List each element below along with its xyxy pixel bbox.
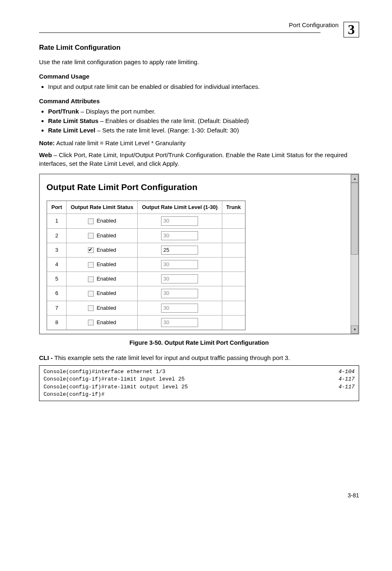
cli-line: Console(config-if)#rate-limit output lev… [44, 383, 355, 391]
cell-status: Enabled [67, 301, 138, 315]
cell-status: Enabled [67, 228, 138, 243]
enabled-checkbox[interactable] [88, 262, 94, 268]
cli-ref: 4-117 [334, 383, 355, 391]
cell-status: Enabled [67, 272, 138, 286]
enabled-label: Enabled [95, 218, 116, 224]
intro-paragraph: Use the rate limit configuration pages t… [39, 58, 359, 66]
command-usage-list: Input and output rate limit can be enabl… [39, 82, 359, 91]
command-attributes-list: Port/Trunk – Displays the port number. R… [39, 107, 359, 135]
enabled-label: Enabled [95, 319, 116, 325]
cell-level: 25 [138, 243, 222, 257]
col-level: Output Rate Limit Level (1-30) [138, 201, 222, 214]
scrollbar[interactable]: ▴ ▾ [350, 174, 358, 334]
table-row: 2 Enabled30 [47, 228, 245, 243]
scroll-thumb[interactable] [351, 183, 358, 255]
table-row: 7 Enabled30 [47, 301, 245, 315]
cli-line: Console(config-if)# [44, 391, 355, 398]
cell-trunk [222, 272, 245, 286]
rate-limit-table: Port Output Rate Limit Status Output Rat… [46, 200, 246, 330]
attr-item: Rate Limit Level – Sets the rate limit l… [48, 126, 359, 135]
enabled-checkbox[interactable] [88, 291, 94, 297]
cli-ref: 4-104 [334, 368, 355, 376]
enabled-checkbox[interactable] [88, 276, 94, 282]
cell-port: 1 [47, 214, 67, 228]
attr-item: Port/Trunk – Displays the port number. [48, 107, 359, 116]
cli-line: Console(config)#interface ethernet 1/34-… [44, 368, 355, 376]
chapter-number-box: 3 [344, 22, 359, 37]
cell-port: 3 [47, 243, 67, 257]
col-trunk: Trunk [222, 201, 245, 214]
level-input[interactable]: 30 [161, 260, 198, 269]
enabled-label: Enabled [95, 261, 116, 267]
web-paragraph: Web – Click Port, Rate Limit, Input/Outp… [39, 151, 359, 168]
enabled-checkbox[interactable] [88, 320, 94, 325]
cell-status: Enabled [67, 315, 138, 330]
cell-trunk [222, 315, 245, 330]
cell-level: 30 [138, 228, 222, 243]
table-row: 8 Enabled30 [47, 315, 245, 330]
cell-trunk [222, 243, 245, 257]
cell-level: 30 [138, 286, 222, 301]
command-usage-heading: Command Usage [39, 72, 359, 81]
header-rule [39, 32, 321, 33]
cell-port: 6 [47, 286, 67, 301]
level-input[interactable]: 30 [161, 274, 198, 283]
table-row: 3 Enabled25 [47, 243, 245, 257]
panel-title: Output Rate Limit Port Configuration [46, 181, 344, 193]
level-input[interactable]: 30 [161, 289, 198, 298]
note-text: Actual rate limit = Rate Limit Level * G… [55, 139, 185, 146]
scroll-track[interactable] [351, 183, 358, 325]
cell-level: 30 [138, 301, 222, 315]
cli-command: Console(config)#interface ethernet 1/3 [44, 368, 165, 376]
cli-command: Console(config-if)#rate-limit output lev… [44, 383, 188, 391]
enabled-label: Enabled [95, 232, 116, 239]
cell-status: Enabled [67, 257, 138, 272]
level-input[interactable]: 30 [161, 216, 198, 225]
cell-port: 5 [47, 272, 67, 286]
cli-lead-text: This example sets the rate limit level f… [53, 354, 290, 361]
cell-level: 30 [138, 272, 222, 286]
figure-caption: Figure 3-50. Output Rate Limit Port Conf… [39, 339, 359, 347]
cell-port: 2 [47, 228, 67, 243]
level-input[interactable]: 30 [161, 318, 198, 327]
cli-ref [350, 391, 355, 398]
command-attributes-heading: Command Attributes [39, 97, 359, 105]
table-row: 1 Enabled30 [47, 214, 245, 228]
level-input[interactable]: 25 [161, 246, 198, 255]
cli-command: Console(config-if)#rate-limit input leve… [44, 376, 184, 383]
cli-label: CLI - [39, 354, 53, 361]
table-row: 4 Enabled30 [47, 257, 245, 272]
enabled-checkbox[interactable] [88, 305, 94, 311]
scroll-down-icon[interactable]: ▾ [351, 325, 358, 334]
cell-port: 7 [47, 301, 67, 315]
command-usage-item: Input and output rate limit can be enabl… [48, 82, 359, 91]
enabled-label: Enabled [95, 305, 116, 311]
level-input[interactable]: 30 [161, 231, 198, 240]
cell-trunk [222, 257, 245, 272]
cell-level: 30 [138, 315, 222, 330]
scroll-up-icon[interactable]: ▴ [351, 174, 358, 183]
enabled-label: Enabled [95, 290, 116, 296]
cli-ref: 4-117 [334, 376, 355, 383]
cell-port: 4 [47, 257, 67, 272]
enabled-label: Enabled [95, 247, 116, 253]
breadcrumb: Port Configuration [39, 21, 339, 29]
table-row: 5 Enabled30 [47, 272, 245, 286]
enabled-checkbox[interactable] [88, 233, 94, 239]
table-row: 6 Enabled30 [47, 286, 245, 301]
level-input[interactable]: 30 [161, 304, 198, 313]
cell-trunk [222, 214, 245, 228]
enabled-checkbox[interactable] [88, 218, 94, 224]
web-text: – Click Port, Rate Limit, Input/Output P… [39, 151, 347, 167]
cell-port: 8 [47, 315, 67, 330]
page-header: Port Configuration 3 [39, 21, 359, 39]
col-port: Port [47, 201, 67, 214]
note-label: Note: [39, 139, 55, 146]
cli-lead: CLI - This example sets the rate limit l… [39, 353, 359, 362]
cell-trunk [222, 286, 245, 301]
screenshot-panel: Output Rate Limit Port Configuration Por… [39, 174, 359, 334]
cli-box: Console(config)#interface ethernet 1/34-… [39, 365, 359, 401]
enabled-checkbox[interactable] [88, 247, 94, 253]
cli-line: Console(config-if)#rate-limit input leve… [44, 376, 355, 383]
cell-status: Enabled [67, 243, 138, 257]
